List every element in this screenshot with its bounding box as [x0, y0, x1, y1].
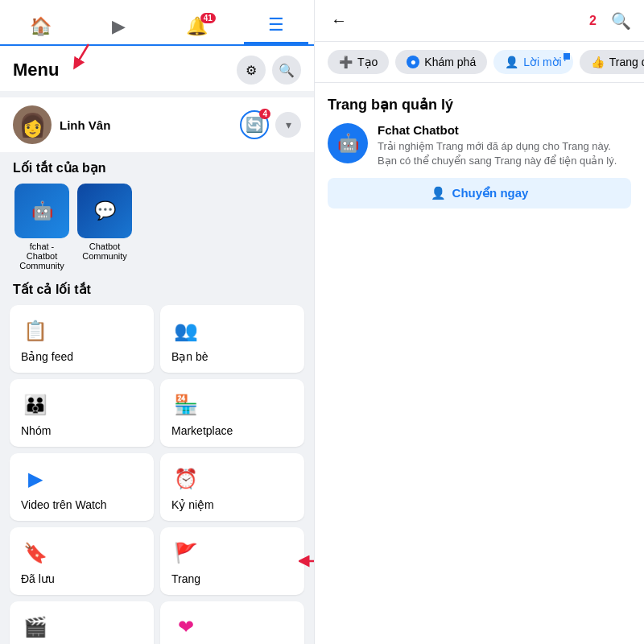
menu-header-icons: ⚙ 🔍 [237, 56, 301, 85]
settings-button[interactable]: ⚙ [237, 56, 266, 85]
grid-label-bang-feed: Bảng feed [21, 350, 142, 363]
shortcuts-label: Lối tắt của bạn [0, 152, 314, 180]
switch-now-button[interactable]: 👤 Chuyển ngay [328, 178, 631, 208]
filter-tab-create[interactable]: ➕ Tạo [328, 50, 389, 74]
reels-icon: 🎬 [21, 613, 50, 642]
grid-item-watch[interactable]: ▶ Video trên Watch [10, 453, 154, 521]
invite-icon: 👤 [505, 56, 518, 68]
grid-item-da-luu[interactable]: 🔖 Đã lưu [10, 527, 154, 595]
all-shortcuts-label: Tất cả lối tắt [0, 277, 314, 302]
filter-tabs: ➕ Tạo ● Khám phá 👤 Lời mời · 👍 Trang đã … [315, 42, 644, 83]
grid-label-da-luu: Đã lưu [21, 572, 142, 585]
shortcut-thumb-fchat: 🤖 [14, 184, 69, 238]
feed-icon: 📋 [21, 316, 50, 345]
nav-notifications[interactable]: 🔔 41 [162, 10, 232, 43]
search-icon: 🔍 [279, 63, 295, 78]
search-button[interactable]: 🔍 [272, 56, 301, 85]
nav-home[interactable]: 🏠 [6, 10, 76, 43]
shortcuts-row: 🤖 fchat - ChatbotCommunity 💬 ChatbotComm… [0, 180, 314, 277]
filter-tab-create-label: Tạo [357, 56, 378, 68]
video-icon: ▶ [112, 16, 126, 37]
page-avatar: 🤖 [328, 123, 368, 163]
grid-item-hen-do[interactable]: ❤ Hẹn hò [160, 601, 304, 644]
grid-item-ky-niem[interactable]: ⏰ Kỷ niệm [160, 453, 304, 521]
notification-badge: 41 [200, 13, 216, 23]
shortcut-label-chatbot: ChatbotCommunity [82, 242, 127, 261]
profile-section: 👩 Linh Vân 🔄 4 ▾ [0, 97, 314, 152]
grid-label-ban-be: Bạn bè [171, 350, 293, 363]
avatar: 👩 [13, 105, 52, 144]
switch-icon: 👤 [431, 186, 446, 200]
right-panel: ← 2 🔍 ➕ Tạo ● Khám phá 👤 Lời mời · [314, 0, 644, 644]
liked-pages-icon: 👍 [591, 56, 605, 68]
shortcut-fchat[interactable]: 🤖 fchat - ChatbotCommunity [13, 184, 71, 270]
menu-title: Menu [13, 60, 59, 80]
filter-tab-explore-label: Khám phá [424, 56, 476, 68]
grid-item-bang-feed[interactable]: 📋 Bảng feed [10, 305, 154, 373]
grid-item-ban-be[interactable]: 👥 Bạn bè [160, 305, 304, 373]
filter-tab-invite-label: Lời mời [523, 56, 562, 68]
filter-tab-invite[interactable]: 👤 Lời mời · [493, 50, 573, 74]
filter-tab-explore[interactable]: ● Khám phá [395, 50, 487, 74]
right-top-nav: ← 2 🔍 [315, 0, 644, 42]
profile-left: 👩 Linh Vân [13, 105, 110, 144]
chevron-down-icon: ▾ [286, 118, 291, 131]
shortcut-thumb-chatbot: 💬 [77, 184, 132, 238]
groups-icon: 👪 [21, 390, 50, 419]
grid-section: 📋 Bảng feed 👥 Bạn bè 👪 Nhóm 🏪 Marketplac… [0, 302, 314, 644]
switch-btn-label: Chuyển ngay [452, 186, 529, 200]
right-section-title: Trang bạn quản lý [328, 96, 631, 114]
chevron-button[interactable]: ▾ [275, 112, 301, 138]
menu-header: Menu ⚙ 🔍 [0, 46, 314, 91]
profile-right: 🔄 4 ▾ [240, 110, 301, 139]
memories-icon: ⏰ [171, 464, 200, 493]
friends-icon: 👥 [171, 316, 200, 345]
grid-label-ky-niem: Kỷ niệm [171, 498, 293, 511]
grid-item-trang[interactable]: 🚩 Trang 1 [160, 527, 304, 595]
chatbot-avatar-icon: 🤖 [337, 133, 359, 154]
grid-label-trang: Trang [171, 572, 293, 585]
grid-label-marketplace: Marketplace [171, 424, 293, 437]
right-search-button[interactable]: 🔍 [611, 11, 631, 31]
grid-label-watch: Video trên Watch [21, 498, 142, 511]
filter-tab-liked-label: Trang đã t [609, 56, 644, 68]
sync-badge: 4 [259, 109, 270, 119]
page-description: Trải nghiệm Trang mới đã áp dụng cho Tra… [378, 139, 631, 168]
nav-video[interactable]: ▶ [88, 10, 150, 43]
grid-item-reels[interactable]: 🎬 Reels [10, 601, 154, 644]
dating-icon: ❤ [171, 613, 200, 642]
plus-icon: ➕ [339, 56, 353, 68]
grid-item-nhom[interactable]: 👪 Nhóm [10, 379, 154, 447]
shortcut-label-fchat: fchat - ChatbotCommunity [13, 242, 71, 270]
saved-icon: 🔖 [21, 539, 50, 568]
profile-name: Linh Vân [60, 118, 110, 132]
gear-icon: ⚙ [246, 63, 257, 78]
nav-menu[interactable]: ☰ [244, 8, 308, 44]
arrow-1-svg [299, 553, 314, 569]
shortcut-chatbot[interactable]: 💬 ChatbotCommunity [77, 184, 132, 270]
left-panel: 🏠 ▶ 🔔 41 ☰ Menu ⚙ 🔍 👩 Linh [0, 0, 314, 644]
home-icon: 🏠 [30, 16, 52, 37]
right-content: Trang bạn quản lý 🤖 Fchat Chatbot Trải n… [315, 83, 644, 644]
annotation-2: 2 [589, 14, 597, 28]
grid-label-nhom: Nhóm [21, 424, 142, 437]
menu-icon: ☰ [268, 14, 284, 35]
marketplace-icon: 🏪 [171, 390, 200, 419]
filter-tab-liked[interactable]: 👍 Trang đã t [580, 50, 644, 74]
explore-icon: ● [407, 56, 419, 68]
watch-icon: ▶ [21, 464, 50, 493]
invite-dot: · [564, 53, 570, 60]
page-card: 🤖 Fchat Chatbot Trải nghiệm Trang mới đã… [328, 123, 631, 168]
grid-item-marketplace[interactable]: 🏪 Marketplace [160, 379, 304, 447]
page-name: Fchat Chatbot [378, 123, 631, 137]
back-button[interactable]: ← [328, 8, 350, 33]
page-info: Fchat Chatbot Trải nghiệm Trang mới đã á… [378, 123, 631, 168]
pages-flag-icon: 🚩 [171, 539, 200, 568]
sync-button[interactable]: 🔄 4 [240, 110, 269, 139]
top-nav: 🏠 ▶ 🔔 41 ☰ [0, 0, 314, 46]
